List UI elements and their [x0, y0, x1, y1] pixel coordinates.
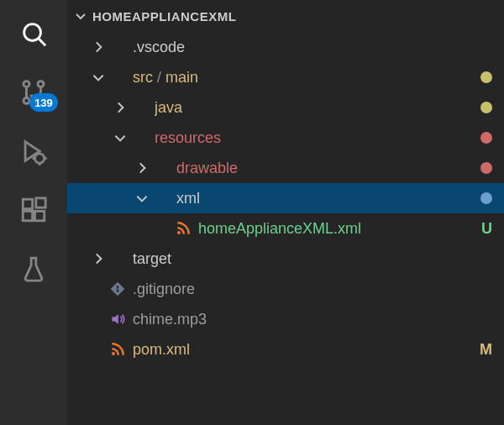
svg-point-0	[24, 24, 41, 41]
tree-item-label: drawable	[176, 160, 474, 177]
vcs-status-dot	[480, 132, 492, 144]
explorer-sidebar: HOMEAPPLIANCEXML .vscodesrc / mainjavare…	[67, 0, 504, 425]
activity-extensions[interactable]	[17, 193, 50, 227]
tree-folder[interactable]: java	[67, 92, 504, 123]
audio-file-icon	[109, 311, 126, 328]
svg-point-13	[112, 352, 115, 355]
tree-item-label: .gitignore	[133, 281, 492, 298]
tree-item-label: src / main	[133, 69, 474, 87]
svg-rect-8	[34, 211, 44, 220]
svg-rect-9	[36, 198, 45, 207]
scm-badge: 139	[29, 93, 58, 112]
activity-source-control[interactable]: 139	[17, 76, 50, 109]
tree-folder[interactable]: drawable	[67, 153, 504, 183]
tree-folder[interactable]: .vscode	[67, 32, 504, 62]
vcs-status-dot	[480, 71, 492, 83]
svg-line-1	[39, 39, 45, 45]
tree-folder[interactable]: target	[67, 244, 504, 274]
tree-file[interactable]: homeApplianceXML.xmlU	[67, 213, 504, 244]
chevron-right-icon	[134, 160, 150, 176]
svg-point-2	[24, 81, 29, 87]
svg-rect-7	[23, 211, 32, 220]
tree-folder[interactable]: xml	[67, 183, 504, 213]
vcs-status-dot	[480, 192, 492, 204]
tree-file[interactable]: .gitignore	[67, 274, 504, 304]
svg-point-10	[177, 231, 181, 234]
svg-rect-6	[23, 199, 32, 208]
chevron-down-icon	[74, 9, 87, 23]
svg-point-4	[24, 97, 29, 103]
search-icon	[19, 19, 48, 48]
explorer-header[interactable]: HOMEAPPLIANCEXML	[67, 0, 504, 32]
activity-explorer[interactable]	[17, 17, 50, 50]
tree-folder[interactable]: src / main	[67, 62, 504, 92]
tree-item-label: .vscode	[133, 39, 492, 56]
vcs-status-dot	[480, 102, 492, 113]
chevron-right-icon	[91, 39, 106, 55]
project-title: HOMEAPPLIANCEXML	[92, 9, 236, 24]
vcs-status-dot	[480, 162, 492, 174]
chevron-down-icon	[113, 130, 128, 145]
xml-file-icon	[175, 220, 192, 237]
tree-item-label: target	[133, 250, 492, 268]
xml-file-icon	[109, 341, 126, 358]
file-tree: .vscodesrc / mainjavaresourcesdrawablexm…	[67, 32, 504, 425]
chevron-down-icon	[91, 70, 106, 85]
run-debug-icon	[19, 137, 48, 165]
tree-file[interactable]: chime.mp3	[67, 304, 504, 334]
chevron-down-icon	[134, 191, 150, 206]
tree-item-label: chime.mp3	[133, 311, 492, 328]
beaker-icon	[19, 254, 48, 283]
tree-item-label: resources	[155, 129, 474, 147]
tree-file[interactable]: pom.xmlM	[67, 334, 504, 365]
activity-run-debug[interactable]	[17, 134, 50, 168]
tree-folder[interactable]: resources	[67, 123, 504, 153]
tree-item-label: java	[155, 99, 474, 117]
chevron-right-icon	[113, 100, 128, 115]
tree-item-label: pom.xml	[133, 341, 473, 359]
svg-point-3	[38, 81, 44, 87]
tree-item-label: xml	[176, 190, 474, 207]
activity-testing[interactable]	[17, 252, 50, 286]
extensions-icon	[19, 196, 48, 224]
vcs-status-letter: U	[481, 220, 492, 238]
tree-item-label: homeApplianceXML.xml	[198, 220, 475, 238]
vcs-status-letter: M	[480, 341, 492, 359]
git-file-icon	[109, 281, 126, 297]
svg-point-5	[34, 154, 44, 163]
activity-bar: 139	[0, 0, 67, 425]
chevron-right-icon	[91, 251, 106, 266]
